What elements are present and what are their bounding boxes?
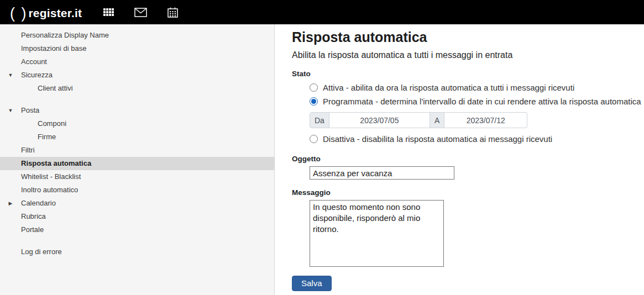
date-to-input[interactable]: [444, 112, 527, 128]
sidebar-item-calendario[interactable]: ▶ Calendario: [0, 197, 274, 210]
sidebar-item-inoltro-automatico[interactable]: Inoltro automatico: [0, 183, 274, 197]
calendar-icon[interactable]: [165, 4, 180, 20]
date-range-group: Da A: [310, 112, 520, 128]
attiva-radio[interactable]: [310, 83, 318, 92]
sidebar-item-portale[interactable]: Portale: [0, 223, 274, 236]
mail-glyph: [134, 8, 147, 17]
logo-brand-text: register.it: [28, 7, 82, 20]
settings-sidebar: Personalizza Display Name Impostazioni d…: [0, 24, 275, 295]
programmata-radio[interactable]: [310, 97, 318, 106]
sidebar-item-posta[interactable]: ▼ Posta: [0, 104, 274, 117]
sidebar-item-firme[interactable]: Firme: [0, 130, 274, 144]
sidebar-item-filtri[interactable]: Filtri: [0, 144, 274, 157]
programmata-radio-label[interactable]: Programmata - determina l'intervallo di …: [323, 97, 641, 106]
sidebar-item-risposta-automatica[interactable]: Risposta automatica: [0, 157, 274, 170]
page-title: Risposta automatica: [292, 28, 641, 46]
chevron-right-icon[interactable]: ▶: [7, 197, 14, 210]
topbar: ( ) register.it: [0, 0, 644, 24]
stato-radio-group: Attiva - abilita da ora la risposta auto…: [310, 81, 641, 146]
messaggio-label: Messaggio: [292, 188, 641, 197]
sidebar-item-whitelist-blacklist[interactable]: Whitelist - Blacklist: [0, 170, 274, 183]
messaggio-textarea[interactable]: In questo momento non sono disponibile, …: [310, 200, 444, 267]
grid-glyph: [103, 8, 114, 16]
chevron-down-icon[interactable]: ▼: [7, 104, 14, 117]
radio-row-disattiva: Disattiva - disabilita la risposta autom…: [310, 132, 641, 146]
disattiva-radio[interactable]: [310, 135, 318, 143]
date-from-addon-label: Da: [310, 112, 329, 128]
attiva-radio-label[interactable]: Attiva - abilita da ora la risposta auto…: [323, 83, 574, 92]
sidebar-item-account[interactable]: Account: [0, 55, 274, 69]
oggetto-input[interactable]: [310, 166, 454, 180]
date-from-input[interactable]: [329, 112, 430, 128]
page-subtitle: Abilita la risposta automatica a tutti i…: [292, 49, 641, 61]
radio-row-programmata: Programmata - determina l'intervallo di …: [310, 94, 641, 108]
sidebar-item-impostazioni-di-base[interactable]: Impostazioni di base: [0, 42, 274, 55]
oggetto-label: Oggetto: [292, 154, 641, 164]
disattiva-radio-label[interactable]: Disattiva - disabilita la risposta autom…: [323, 134, 552, 144]
date-to-addon-label: A: [430, 112, 444, 128]
sidebar-item-personalizza-display-name[interactable]: Personalizza Display Name: [0, 29, 274, 42]
save-button[interactable]: Salva: [292, 276, 332, 291]
sidebar-item-sicurezza[interactable]: ▼ Sicurezza: [0, 69, 274, 82]
main-content: Risposta automatica Abilita la risposta …: [275, 24, 644, 295]
stato-label: Stato: [292, 69, 641, 78]
mail-icon[interactable]: [133, 4, 148, 20]
sidebar-item-rubrica[interactable]: Rubrica: [0, 210, 274, 223]
chevron-down-icon[interactable]: ▼: [7, 69, 14, 82]
logo-parens: ( ): [10, 6, 27, 21]
radio-row-attiva: Attiva - abilita da ora la risposta auto…: [310, 81, 641, 94]
sidebar-item-log-di-errore[interactable]: Log di errore: [0, 245, 274, 259]
apps-grid-icon[interactable]: [101, 4, 116, 20]
register-it-logo[interactable]: ( ) register.it: [10, 5, 82, 20]
sidebar-item-client-attivi[interactable]: Client attivi: [0, 82, 274, 95]
sidebar-item-componi[interactable]: Componi: [0, 117, 274, 130]
calendar-glyph: [167, 7, 178, 18]
